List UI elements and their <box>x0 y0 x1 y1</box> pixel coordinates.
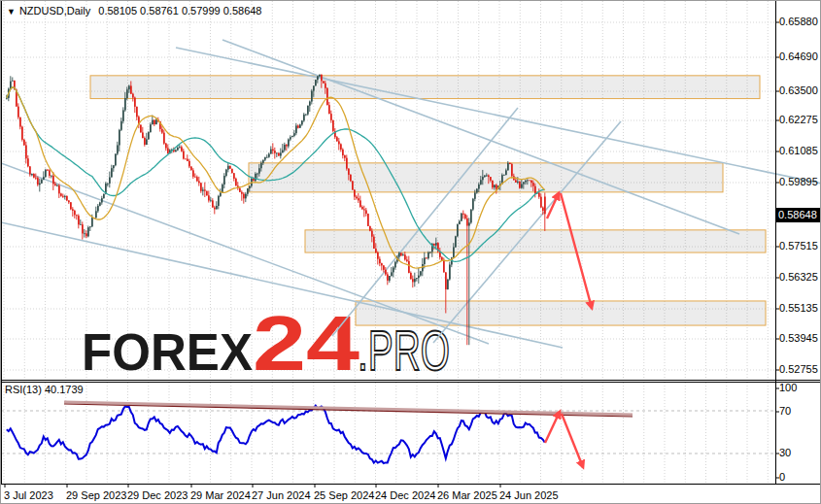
rsi-scale-label: 100 <box>779 382 797 393</box>
price-axis-label: 0.65880 <box>779 16 818 27</box>
date-label: 24 Dec 2024 <box>375 489 435 501</box>
ohlc-readout: 0.58105 0.58761 0.57999 0.58648 <box>98 5 261 17</box>
current-price-badge: 0.58648 <box>775 208 821 222</box>
date-label: 29 Sep 2023 <box>66 489 126 501</box>
price-axis-label: 0.64690 <box>779 50 818 62</box>
symbol-period-label: NZDUSD,Daily <box>19 5 90 17</box>
price-axis-label: 0.56325 <box>779 271 818 283</box>
watermark-brand: FOREX <box>82 323 253 381</box>
rsi-forecast-arrow[interactable] <box>562 414 583 467</box>
sr-zones <box>90 76 766 325</box>
sr-zone[interactable] <box>90 76 760 99</box>
rsi-scale-label: 30 <box>779 447 791 458</box>
price-axis-label: 0.61085 <box>779 145 818 156</box>
date-label: 3 Jul 2023 <box>4 489 53 501</box>
date-label: 27 Jun 2024 <box>252 489 311 501</box>
date-label: 26 Mar 2025 <box>437 489 497 501</box>
price-axis-label: 0.57515 <box>779 240 818 252</box>
symbol-dropdown-icon[interactable]: ▼ <box>7 7 16 17</box>
rsi-line <box>7 406 545 463</box>
watermark-tld: .PRO <box>358 319 450 382</box>
price-axis-label: 0.62275 <box>779 114 818 125</box>
trendline[interactable] <box>222 40 739 234</box>
mt4-chart-window: FOREX24.PRO ▼NZDUSD,Daily0.58105 0.58761… <box>0 0 821 504</box>
price-axis-label: 0.59895 <box>779 176 818 187</box>
chart-title: ▼NZDUSD,Daily0.58105 0.58761 0.57999 0.5… <box>7 5 261 17</box>
rsi-forecast-arrow[interactable] <box>545 412 560 443</box>
date-label: 25 Sep 2024 <box>314 489 374 501</box>
price-axis-label: 0.53945 <box>779 332 818 344</box>
watermark-number: 24 <box>253 300 359 386</box>
sr-zone[interactable] <box>249 163 723 192</box>
rsi-scale-label: 70 <box>779 405 791 417</box>
price-axis-label: 0.55135 <box>779 302 818 314</box>
price-chart-canvas[interactable]: FOREX24.PRO <box>1 1 821 504</box>
price-axis-label: 0.52755 <box>779 363 818 375</box>
rsi-scale-label: 0 <box>779 471 785 483</box>
date-label: 24 Jun 2025 <box>499 489 559 501</box>
rsi-indicator-label: RSI(13) 40.1739 <box>5 384 84 395</box>
price-axis-label: 0.63500 <box>779 84 818 96</box>
date-label: 29 Dec 2023 <box>127 489 188 501</box>
rsi-trendline[interactable] <box>64 402 633 415</box>
date-label: 29 Mar 2024 <box>190 489 251 501</box>
sr-zone[interactable] <box>356 301 766 325</box>
